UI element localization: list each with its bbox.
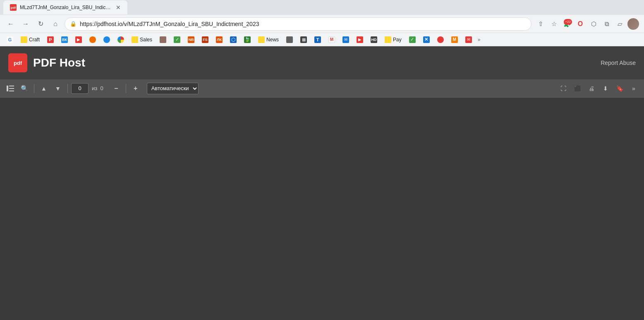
bookmark-leaf[interactable]: 🍃	[241, 35, 254, 44]
bookmark-gmail[interactable]: M	[325, 35, 338, 44]
bookmark-nb[interactable]: NB	[184, 35, 198, 44]
svg-rect-2	[9, 88, 14, 89]
bookmark-pay-icon	[385, 36, 391, 43]
bookmark-vk-icon: ВК	[61, 36, 68, 43]
bookmarks-more-button[interactable]: »	[476, 36, 482, 44]
bookmark-translate[interactable]: T	[311, 35, 324, 44]
extensions2-button[interactable]: ⬡	[588, 18, 599, 30]
tab-title: MLzd7TJnM_Gonzalo_Lira_SBU_Indictment_20…	[20, 5, 111, 10]
bookmark-vk[interactable]: ВК	[58, 35, 71, 44]
bookmark-leaf-icon: 🍃	[244, 36, 251, 43]
back-button[interactable]: ←	[5, 18, 17, 30]
nav-actions: ⇧ ☆ 🧩 +22 O ⬡ ⧉ ▱	[535, 18, 639, 30]
bookmark-sales-icon	[132, 36, 138, 43]
extensions-button[interactable]: 🧩 +22	[561, 18, 573, 30]
bookmark-orange1-icon	[89, 36, 96, 43]
bookmark-fs-icon: FS	[202, 36, 208, 43]
svg-rect-1	[9, 86, 14, 86]
zoom-in-button[interactable]: +	[129, 82, 142, 95]
prev-page-button[interactable]: ▲	[38, 82, 50, 95]
save-button[interactable]: ⬇	[599, 82, 612, 95]
cloud-download-icon: ⬛	[574, 85, 581, 92]
pdfhost-header: pdf PDF Host Report Abuse	[0, 46, 644, 79]
more-tools-icon: »	[632, 85, 635, 92]
bookmark-hd[interactable]: HD	[367, 35, 381, 44]
cloud-download-button[interactable]: ⬛	[571, 82, 584, 95]
bookmark-lk-icon: ЛК	[216, 36, 223, 43]
bookmark-hd-icon: HD	[371, 36, 377, 43]
bookmark-red4[interactable]	[434, 35, 447, 44]
bookmark-lk[interactable]: ЛК	[213, 35, 226, 44]
bookmark-x[interactable]: ✕	[420, 35, 433, 44]
bookmark-avatar2[interactable]	[283, 35, 296, 44]
bookmark-avatar2-icon	[286, 36, 293, 43]
page-number-input[interactable]	[71, 83, 89, 94]
zoom-in-icon: +	[134, 85, 137, 92]
bookmark-avatar1[interactable]	[156, 35, 170, 44]
bookmark-orange5-icon: M	[451, 36, 458, 43]
bookmark-mail[interactable]: ✉	[339, 35, 352, 44]
bookmark-g[interactable]: G	[3, 35, 17, 44]
opera-icon-button[interactable]: O	[575, 18, 586, 30]
bookmark-dark1[interactable]: ▦	[297, 35, 310, 44]
bookmark-fs[interactable]: FS	[199, 35, 212, 44]
fullscreen-button[interactable]: ⛶	[557, 82, 570, 95]
active-tab[interactable]: pdf MLzd7TJnM_Gonzalo_Lira_SBU_Indictmen…	[3, 0, 127, 14]
report-abuse-button[interactable]: Report Abuse	[601, 60, 636, 66]
bookmark-mail2[interactable]: ✉	[462, 35, 475, 44]
print-button[interactable]: 🖨	[585, 82, 598, 95]
pdf-logo: pdf	[8, 53, 27, 72]
pdf-content-area	[0, 98, 644, 308]
bookmark-mail-icon: ✉	[342, 36, 349, 43]
tab-close-button[interactable]: ✕	[116, 4, 121, 11]
bookmark-checkgreen2[interactable]: ✓	[406, 35, 419, 44]
bookmark-sales[interactable]: Sales	[128, 35, 156, 44]
bookmark-mail2-icon: ✉	[465, 36, 472, 43]
bookmark-news[interactable]: News	[255, 35, 282, 44]
bookmark-g-icon: G	[7, 36, 13, 43]
navigation-bar: ← → ↻ ⌂ 🔒 https://pdfhost.io/v/MLzd7TJnM…	[0, 15, 644, 33]
bookmark-3dbox[interactable]: ⬡	[227, 35, 240, 44]
more-tools-button[interactable]: »	[627, 82, 640, 95]
bookmark-star-button[interactable]: ☆	[548, 18, 560, 30]
bookmark-pay[interactable]: Pay	[381, 35, 405, 44]
fullscreen-icon: ⛶	[560, 85, 566, 92]
pdfhost-title: PDF Host	[33, 56, 85, 69]
bookmark-button[interactable]: 🔖	[613, 82, 626, 95]
bookmark-orange1[interactable]	[86, 35, 99, 44]
reload-button[interactable]: ↻	[35, 18, 46, 30]
bookmark-pay-label: Pay	[393, 37, 402, 43]
bookmark-pinterest[interactable]: P	[44, 35, 57, 44]
bookmark-check1[interactable]: ✓	[170, 35, 184, 44]
bookmark-dots[interactable]	[114, 35, 127, 44]
search-button[interactable]: 🔍	[18, 82, 31, 95]
bookmarks-bar: G Craft P ВК ▶	[0, 33, 644, 46]
bookmark-blue1[interactable]	[100, 35, 113, 44]
bookmark-checkgreen2-icon: ✓	[409, 36, 416, 43]
bookmark-sales-label: Sales	[140, 37, 152, 43]
bookmark-orange5[interactable]: M	[448, 35, 461, 44]
toolbar-divider-1	[34, 84, 34, 93]
sidebar-button[interactable]: ⧉	[601, 18, 613, 30]
home-button[interactable]: ⌂	[50, 18, 61, 30]
bookmark-craft[interactable]: Craft	[17, 35, 43, 44]
forward-button[interactable]: →	[20, 18, 31, 30]
zoom-select[interactable]: Автоматически 50% 75% 100% 125% 150% 200…	[147, 83, 199, 94]
bookmark-youtube1[interactable]: ▶	[72, 35, 85, 44]
profile-avatar[interactable]	[627, 18, 639, 30]
bookmark-translate-icon: T	[314, 36, 321, 43]
split-view-button[interactable]: ▱	[614, 18, 626, 30]
next-page-button[interactable]: ▼	[52, 82, 64, 95]
url-text: https://pdfhost.io/v/MLzd7TJnM_Gonzalo_L…	[80, 21, 526, 27]
next-page-icon: ▼	[55, 85, 61, 92]
share-button[interactable]: ⇧	[535, 18, 546, 30]
save-icon: ⬇	[603, 85, 608, 92]
sidebar-toggle-button[interactable]	[4, 82, 17, 95]
bookmark-icon: 🔖	[616, 85, 623, 92]
zoom-out-button[interactable]: −	[110, 82, 122, 95]
bookmark-blue1-icon	[103, 36, 110, 43]
address-bar[interactable]: 🔒 https://pdfhost.io/v/MLzd7TJnM_Gonzalo…	[65, 17, 531, 31]
bookmark-nb-icon: NB	[188, 36, 194, 43]
bookmark-3dbox-icon: ⬡	[230, 36, 237, 43]
bookmark-youtube2[interactable]: ▶	[353, 35, 366, 44]
